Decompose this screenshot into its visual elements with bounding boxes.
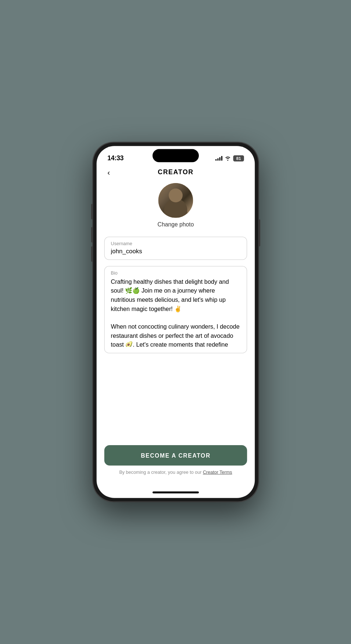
bottom-section: BECOME A CREATOR By becoming a creator, …: [104, 445, 247, 479]
wifi-icon: [225, 156, 231, 161]
home-bar: [153, 491, 199, 493]
username-field-container: Username: [104, 237, 247, 260]
nav-bar: ‹ CREATOR: [96, 162, 255, 179]
phone-screen: 14:33 81 ‹: [96, 146, 255, 498]
creator-terms-link[interactable]: Creator Terms: [203, 469, 232, 475]
avatar-image: [158, 183, 193, 218]
change-photo-button[interactable]: Change photo: [157, 221, 194, 228]
page-title: CREATOR: [158, 168, 194, 176]
back-button[interactable]: ‹: [104, 166, 113, 178]
terms-text: By becoming a creator, you agree to our …: [104, 469, 247, 475]
avatar[interactable]: [158, 183, 193, 218]
avatar-section: Change photo: [157, 183, 194, 228]
battery-icon: 81: [233, 155, 244, 161]
bio-label: Bio: [111, 270, 240, 276]
bio-input[interactable]: Crafting healthy dishes that delight bod…: [111, 277, 240, 347]
phone-frame: 14:33 81 ‹: [93, 142, 259, 502]
status-time: 14:33: [107, 154, 123, 162]
become-creator-button[interactable]: BECOME A CREATOR: [104, 445, 247, 466]
signal-icon: [215, 156, 222, 161]
username-input[interactable]: [111, 248, 240, 255]
dynamic-island: [153, 149, 199, 162]
home-indicator: [96, 486, 255, 498]
status-icons: 81: [215, 155, 244, 161]
username-label: Username: [111, 241, 240, 247]
bio-field-container: Bio Crafting healthy dishes that delight…: [104, 266, 247, 353]
form-section: Username Bio Crafting healthy dishes tha…: [104, 237, 247, 359]
main-content: Change photo Username Bio Crafting healt…: [96, 179, 255, 487]
